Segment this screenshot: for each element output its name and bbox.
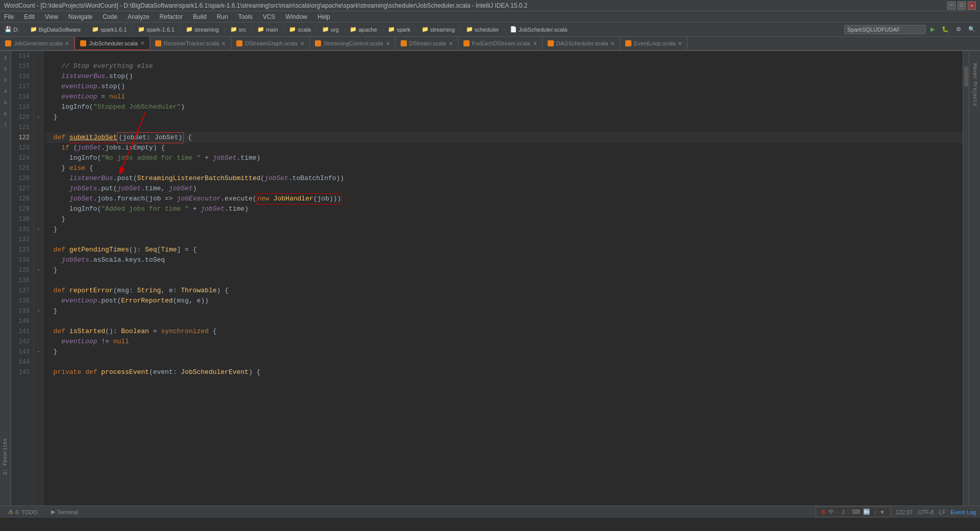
breadcrumb-streaming2-label: streaming [430, 27, 455, 33]
folder-icon-spark161: 📁 [92, 26, 99, 33]
code-content[interactable]: // Stop everything else listenerBus.stop… [43, 51, 963, 505]
debug-button[interactable]: 🐛 [939, 25, 951, 34]
line-num-142: 142 [15, 337, 30, 347]
tab-icon-dagscheduler [548, 40, 554, 46]
sidebar-2[interactable]: 2 [1, 64, 11, 74]
sidebar-7[interactable]: 7 [1, 120, 11, 131]
tab-foreachdstream[interactable]: ForEachDStream.scala ✕ [458, 37, 543, 50]
menu-navigate[interactable]: Navigate [66, 12, 94, 21]
tab-label-receivertracker: ReceiverTracker.scala [164, 40, 219, 46]
breadcrumb-file[interactable]: 📄 JobScheduler.scala [507, 25, 570, 34]
breadcrumb-scheduler-label: scheduler [475, 27, 499, 33]
code-line-118: eventLoop = null [45, 92, 963, 102]
tab-icon-eventloop [625, 40, 631, 46]
line-num-129: 129 [15, 204, 30, 214]
sidebar-1[interactable]: 1 [1, 53, 11, 63]
gutter-135[interactable]: − [34, 265, 43, 275]
breadcrumb-apache[interactable]: 📁 apache [347, 25, 379, 34]
breadcrumb-spark-ver[interactable]: 📁 spark-1.6.1 [135, 25, 177, 34]
breadcrumb-src[interactable]: 📁 src [228, 25, 249, 34]
tab-close-eventloop[interactable]: ✕ [678, 41, 682, 46]
breadcrumb-streaming2[interactable]: 📁 streaming [419, 25, 457, 34]
menu-view[interactable]: View [43, 12, 60, 21]
tab-dagscheduler[interactable]: DAGScheduler.scala ✕ [543, 37, 621, 50]
tab-close-jobgenerator[interactable]: ✕ [65, 41, 69, 46]
gutter-131[interactable]: − [34, 224, 43, 235]
menu-build[interactable]: Build [191, 12, 209, 21]
code-line-124: logInfo("No jobs added for time " + jobS… [45, 153, 963, 163]
sidebar-5[interactable]: 5 [1, 98, 11, 108]
tab-dstreamgraph[interactable]: DStreamGraph.scala ✕ [231, 37, 310, 50]
menu-code[interactable]: Code [101, 12, 119, 21]
sidebar-4[interactable]: 4 [1, 87, 11, 97]
maximize-button[interactable]: □ [958, 2, 966, 10]
line-num-140: 140 [15, 316, 30, 326]
sidebar-3[interactable]: 3 [1, 75, 11, 86]
menu-edit[interactable]: Edit [22, 12, 37, 21]
menu-run[interactable]: Run [215, 12, 230, 21]
scrollbar-thumb[interactable] [964, 66, 968, 87]
breadcrumb-scheduler[interactable]: 📁 scheduler [463, 25, 502, 34]
tab-close-dagscheduler[interactable]: ✕ [610, 41, 615, 46]
tab-jobscheduler[interactable]: JobScheduler.scala ✕ [75, 37, 150, 50]
menu-file[interactable]: File [2, 12, 16, 21]
terminal-tab[interactable]: ▶ Terminal [47, 508, 83, 516]
ime-icon2: 🔤 [863, 509, 870, 515]
search-class-field[interactable]: SparkSQLUDFUDAF [844, 25, 926, 34]
menu-analyze[interactable]: Analyze [126, 12, 152, 21]
breadcrumb-bigdata[interactable]: 📁 BigDataSoftware [28, 25, 84, 34]
breadcrumb-spark[interactable]: 📁 spark [385, 25, 413, 34]
tab-receivertracker[interactable]: ReceiverTracker.scala ✕ [150, 37, 231, 50]
gutter-143[interactable]: − [34, 347, 43, 357]
tab-close-dstream[interactable]: ✕ [449, 41, 453, 46]
status-bar: ⚠ 6: TODO ▶ Terminal S 中 · J · ⌨ 🔤 ↑ ▼ 1… [0, 505, 980, 518]
code-line-127: jobSets.put(jobSet.time, jobSet) [45, 184, 963, 194]
gutter-139[interactable]: − [34, 306, 43, 316]
tab-dstream[interactable]: DStream.scala ✕ [396, 37, 458, 50]
line-num-138: 138 [15, 296, 30, 306]
breadcrumb-main[interactable]: 📁 main [255, 25, 281, 34]
code-line-119: logInfo("Stopped JobScheduler") [45, 102, 963, 112]
menu-tools[interactable]: Tools [236, 12, 255, 21]
menu-vcs[interactable]: VCS [261, 12, 278, 21]
minimize-button[interactable]: ─ [947, 2, 955, 10]
event-log-indicator[interactable]: Event Log [950, 509, 976, 515]
todo-tab[interactable]: ⚠ 6: TODO [4, 508, 42, 516]
favorites-panel[interactable]: 2: Favorites [3, 438, 8, 475]
gutter-120[interactable]: − [34, 112, 43, 122]
gutter-122 [34, 133, 43, 143]
folder-icon-spark: 📁 [388, 26, 395, 33]
menu-window[interactable]: Window [283, 12, 309, 21]
maven-projects-panel[interactable]: Maven Projects [972, 63, 977, 106]
line-num-114: 114 [15, 51, 30, 61]
close-button[interactable]: ✕ [968, 2, 976, 10]
tab-close-receivertracker[interactable]: ✕ [222, 41, 226, 46]
breadcrumb-scala[interactable]: 📁 scala [286, 25, 313, 34]
tab-icon-receivertracker [155, 40, 161, 46]
breadcrumb-streaming[interactable]: 📁 streaming [183, 25, 222, 34]
settings-button[interactable]: ⚙ [953, 25, 964, 34]
line-num-131: 131 [15, 224, 30, 235]
vertical-scrollbar[interactable] [963, 51, 969, 505]
tab-eventloop[interactable]: EventLoop.scala ✕ [620, 37, 688, 50]
tab-label-eventloop: EventLoop.scala [634, 40, 675, 46]
tab-close-streamingcontext[interactable]: ✕ [386, 41, 390, 46]
breadcrumb-spark161[interactable]: 📁 spark1.6.1 [89, 25, 129, 34]
sidebar-6[interactable]: 6 [1, 109, 11, 119]
tab-jobgenerator[interactable]: JobGenerator.scala ✕ [0, 37, 75, 50]
tab-label-dstreamgraph: DStreamGraph.scala [245, 40, 298, 46]
tab-streamingcontext[interactable]: StreamingContext.scala ✕ [310, 37, 396, 50]
tab-close-dstreamgraph[interactable]: ✕ [300, 41, 304, 46]
menu-help[interactable]: Help [315, 12, 332, 21]
tab-close-jobscheduler[interactable]: ✕ [140, 40, 144, 46]
gutter-123 [34, 143, 43, 153]
run-button[interactable]: ▶ [928, 25, 937, 34]
breadcrumb-org[interactable]: 📁 org [320, 25, 341, 34]
breadcrumb-streaming-label: streaming [194, 27, 219, 33]
search-button[interactable]: 🔍 [966, 25, 978, 34]
breadcrumb-d[interactable]: 💾 D: [2, 25, 21, 34]
line-num-120: 120 [15, 112, 30, 122]
menu-refactor[interactable]: Refactor [158, 12, 185, 21]
tab-close-foreachdstream[interactable]: ✕ [533, 41, 537, 46]
window-controls[interactable]: ─ □ ✕ [947, 2, 976, 10]
